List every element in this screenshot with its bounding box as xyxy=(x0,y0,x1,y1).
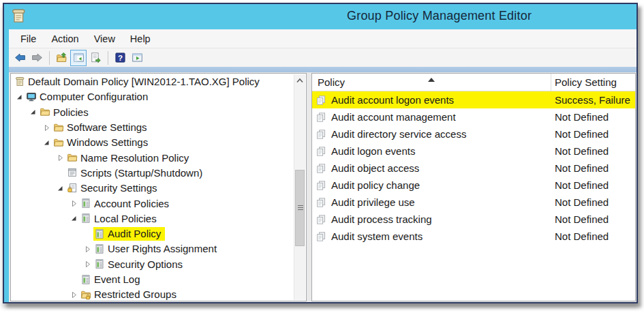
tree-item-user-rights-assignment[interactable]: User Rights Assignment xyxy=(11,241,294,256)
expand-arrow-icon[interactable] xyxy=(55,153,66,164)
scrollbar-thumb[interactable] xyxy=(295,170,305,246)
policy-setting-value: Not Defined xyxy=(555,196,609,208)
expand-arrow-icon[interactable] xyxy=(41,122,52,133)
policy-table-icon xyxy=(80,198,91,209)
expander-placeholder xyxy=(55,168,66,179)
menu-view[interactable]: View xyxy=(87,31,123,46)
show-console-tree-button[interactable] xyxy=(70,50,87,66)
tree-item-local-policies[interactable]: Local Policies xyxy=(11,211,294,226)
collapse-arrow-icon[interactable] xyxy=(14,91,25,102)
toolbar-bottom-strip xyxy=(9,67,637,72)
tree-item-security-options[interactable]: Security Options xyxy=(11,257,294,272)
tree-item-account-policies[interactable]: Account Policies xyxy=(11,196,294,211)
up-one-level-button[interactable] xyxy=(53,50,70,66)
tree-label-wrap: Name Resolution Policy xyxy=(66,151,193,165)
menu-action[interactable]: Action xyxy=(44,31,86,46)
policy-setting-value: Not Defined xyxy=(555,179,609,191)
tree-scrollbar[interactable] xyxy=(294,74,305,300)
tree-item-audit-policy[interactable]: Audit Policy xyxy=(11,226,294,241)
column-header-policy[interactable]: Policy xyxy=(318,76,345,88)
policy-doc-icon xyxy=(316,163,326,174)
tree-item-security-settings[interactable]: Security Settings xyxy=(11,181,294,196)
window-title: Group Policy Management Editor xyxy=(347,9,532,23)
toolbar-separator xyxy=(49,51,50,65)
forward-icon xyxy=(31,52,43,63)
computer-icon xyxy=(26,91,37,102)
policy-table-icon xyxy=(94,258,105,269)
gpo-scroll-icon xyxy=(14,76,25,87)
policy-name: Audit policy change xyxy=(331,179,420,191)
column-header-policy-setting[interactable]: Policy Setting xyxy=(555,76,617,88)
policy-table-icon xyxy=(80,213,91,224)
policy-table-icon xyxy=(80,274,91,285)
policy-row-audit-system-events[interactable]: Audit system eventsNot Defined xyxy=(312,228,635,245)
folder-icon xyxy=(53,122,64,133)
policy-row-audit-logon-events[interactable]: Audit logon eventsNot Defined xyxy=(312,143,635,160)
sort-ascending-icon xyxy=(428,78,435,82)
policy-row-audit-process-tracking[interactable]: Audit process trackingNot Defined xyxy=(312,211,635,228)
policy-table-icon xyxy=(94,228,105,239)
policy-name: Audit object access xyxy=(331,162,419,174)
tree-label-wrap: Computer Configuration xyxy=(25,90,152,104)
forward-button[interactable] xyxy=(29,50,45,66)
expand-arrow-icon[interactable] xyxy=(68,289,80,300)
title-bar[interactable]: Group Policy Management Editor xyxy=(4,4,637,29)
screenshot-root: Group Policy Management Editor File Acti… xyxy=(0,0,644,313)
tree-item-windows-settings[interactable]: Windows Settings xyxy=(11,135,294,150)
scrollbar-up-icon[interactable] xyxy=(294,76,305,85)
tree-item-default-domain-policy-win2012-1-tao-xg-policy[interactable]: Default Domain Policy [WIN2012-1.TAO.XG]… xyxy=(11,74,294,89)
tree-item-label: Security Options xyxy=(108,258,183,270)
tree-item-computer-configuration[interactable]: Computer Configuration xyxy=(11,89,294,104)
back-button[interactable] xyxy=(12,50,28,66)
policy-setting-value: Not Defined xyxy=(555,230,609,242)
tree-label-wrap: Windows Settings xyxy=(52,136,152,149)
console-tree: Default Domain Policy [WIN2012-1.TAO.XG]… xyxy=(11,74,294,301)
expand-arrow-icon[interactable] xyxy=(68,198,80,209)
expand-arrow-icon[interactable] xyxy=(82,243,93,254)
policy-table-icon xyxy=(94,243,105,254)
tree-item-scripts-startup-shutdown[interactable]: Scripts (Startup/Shutdown) xyxy=(11,166,294,181)
tree-label-wrap: Policies xyxy=(39,106,93,119)
help-icon xyxy=(114,52,126,63)
policy-doc-icon xyxy=(316,146,326,157)
tree-item-event-log[interactable]: Event Log xyxy=(11,272,294,287)
new-window-button[interactable] xyxy=(129,50,145,66)
tree-item-restricted-groups[interactable]: Restricted Groups xyxy=(11,287,294,301)
policy-name: Audit privilege use xyxy=(331,196,415,208)
policy-row-audit-account-logon-events[interactable]: Audit account logon eventsSuccess, Failu… xyxy=(312,91,635,108)
tree-item-label: User Rights Assignment xyxy=(108,243,217,254)
tree-label-wrap: Security Settings xyxy=(66,181,162,195)
menu-help[interactable]: Help xyxy=(123,31,158,46)
up-one-level-icon xyxy=(56,52,67,63)
collapse-arrow-icon[interactable] xyxy=(55,183,66,194)
policy-row-audit-object-access[interactable]: Audit object accessNot Defined xyxy=(312,160,635,177)
collapse-arrow-icon[interactable] xyxy=(41,137,52,148)
tree-item-software-settings[interactable]: Software Settings xyxy=(11,120,294,135)
export-list-button[interactable] xyxy=(87,50,104,66)
tree-item-label: Software Settings xyxy=(67,121,147,133)
back-icon xyxy=(14,52,26,63)
policy-row-audit-privilege-use[interactable]: Audit privilege useNot Defined xyxy=(312,194,635,211)
tree-label-wrap: Software Settings xyxy=(52,121,151,134)
toolbar xyxy=(9,48,637,67)
folder-icon xyxy=(67,152,78,163)
policy-name: Audit process tracking xyxy=(331,213,432,225)
policy-row-audit-directory-service-access[interactable]: Audit directory service accessNot Define… xyxy=(312,125,635,143)
policy-row-audit-account-management[interactable]: Audit account managementNot Defined xyxy=(312,108,635,125)
tree-item-name-resolution-policy[interactable]: Name Resolution Policy xyxy=(11,150,294,165)
help-button[interactable] xyxy=(112,50,128,66)
policy-setting-value: Not Defined xyxy=(555,162,609,174)
tree-item-policies[interactable]: Policies xyxy=(11,105,294,120)
tree-label-wrap: Restricted Groups xyxy=(80,288,181,301)
scripts-icon xyxy=(67,167,78,178)
collapse-arrow-icon[interactable] xyxy=(27,107,39,118)
menu-file[interactable]: File xyxy=(13,31,44,46)
tree-item-label: Restricted Groups xyxy=(94,288,177,300)
folder-icon xyxy=(40,106,50,117)
gpme-window: Group Policy Management Editor File Acti… xyxy=(3,3,638,303)
collapse-arrow-icon[interactable] xyxy=(68,213,80,224)
column-divider[interactable] xyxy=(551,74,551,91)
scrollbar-grip-icon xyxy=(298,205,303,211)
policy-row-audit-policy-change[interactable]: Audit policy changeNot Defined xyxy=(312,177,635,194)
expand-arrow-icon[interactable] xyxy=(82,259,93,270)
